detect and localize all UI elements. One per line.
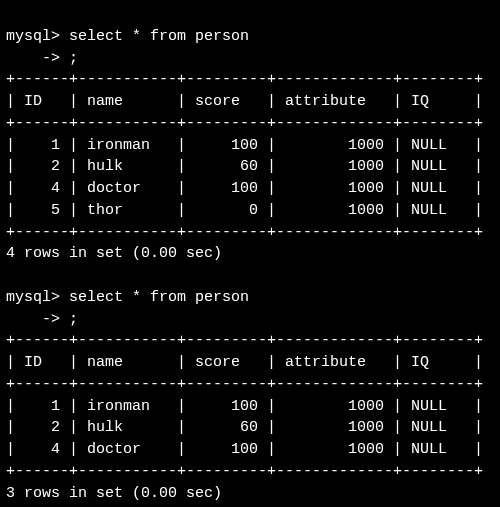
sql-statement-end: ; [60, 50, 78, 67]
terminal-output: mysql> select * from person -> ; +------… [0, 0, 500, 507]
result-summary: 3 rows in set (0.00 sec) [6, 485, 222, 502]
continuation-prompt[interactable]: -> [6, 311, 60, 328]
table-row: | 4 | doctor | 100 | 1000 | NULL | [6, 180, 483, 197]
table-border: +------+-----------+---------+----------… [6, 224, 483, 241]
result-summary: 4 rows in set (0.00 sec) [6, 245, 222, 262]
table-border: +------+-----------+---------+----------… [6, 463, 483, 480]
table-border: +------+-----------+---------+----------… [6, 115, 483, 132]
table-row: | 5 | thor | 0 | 1000 | NULL | [6, 202, 483, 219]
table-row: | 1 | ironman | 100 | 1000 | NULL | [6, 398, 483, 415]
table-row: | 4 | doctor | 100 | 1000 | NULL | [6, 441, 483, 458]
sql-statement: select * from person [60, 28, 249, 45]
continuation-prompt[interactable]: -> [6, 50, 60, 67]
table-header: | ID | name | score | attribute | IQ | [6, 93, 483, 110]
table-border: +------+-----------+---------+----------… [6, 332, 483, 349]
table-border: +------+-----------+---------+----------… [6, 376, 483, 393]
mysql-prompt[interactable]: mysql> [6, 289, 60, 306]
sql-statement-end: ; [60, 311, 78, 328]
table-row: | 2 | hulk | 60 | 1000 | NULL | [6, 158, 483, 175]
sql-statement: select * from person [60, 289, 249, 306]
table-row: | 1 | ironman | 100 | 1000 | NULL | [6, 137, 483, 154]
query-block-1: mysql> select * from person -> ; +------… [6, 28, 483, 263]
table-header: | ID | name | score | attribute | IQ | [6, 354, 483, 371]
mysql-prompt[interactable]: mysql> [6, 28, 60, 45]
query-block-2: mysql> select * from person -> ; +------… [6, 289, 483, 502]
table-border: +------+-----------+---------+----------… [6, 71, 483, 88]
table-row: | 2 | hulk | 60 | 1000 | NULL | [6, 419, 483, 436]
